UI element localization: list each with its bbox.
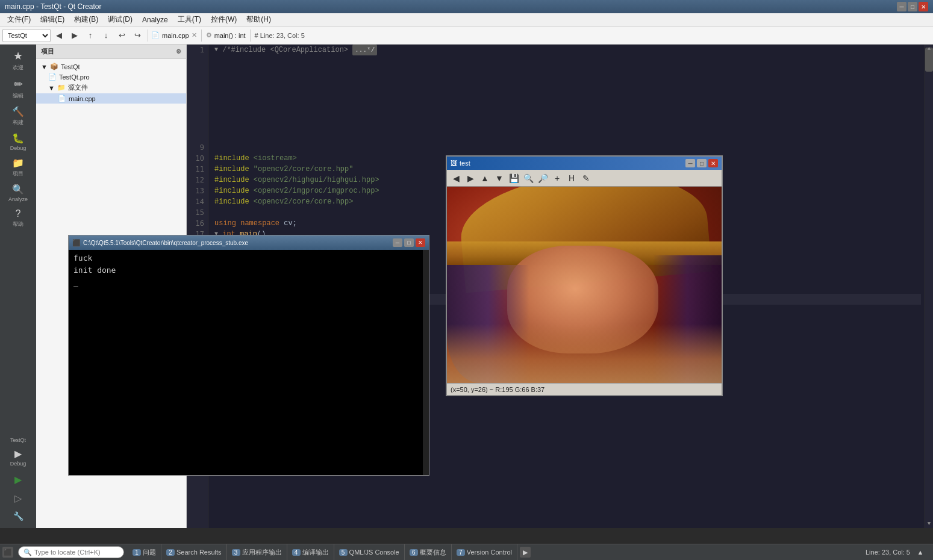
- sidebar-wrench-button[interactable]: 🔧: [2, 509, 34, 523]
- console-scrollbar-track[interactable]: [423, 250, 429, 475]
- maximize-button[interactable]: □: [908, 2, 917, 11]
- sidebar-debug-bottom[interactable]: ▶ Debug: [2, 446, 34, 469]
- tab-label-overview: 概要信息: [420, 548, 446, 557]
- status-tab-issues[interactable]: 1 问题: [128, 544, 161, 561]
- status-tab-vcs[interactable]: 7 Version Control: [452, 544, 517, 561]
- img-btn-home[interactable]: H: [565, 172, 578, 185]
- img-btn-save[interactable]: 💾: [507, 172, 520, 185]
- tab-label-appoutput: 应用程序输出: [242, 548, 282, 557]
- img-btn-pencil[interactable]: ✎: [579, 172, 593, 185]
- tab-num-4: 4: [292, 549, 301, 556]
- left-sidebar: ★ 欢迎 ✏ 编辑 🔨 构建 🐛 Debug 📁 项目 🔍 Analyze ? …: [0, 45, 36, 528]
- build-label: 构建: [13, 119, 23, 126]
- img-btn-down[interactable]: ▼: [493, 172, 506, 185]
- sidebar-analyze[interactable]: 🔍 Analyze: [2, 181, 34, 205]
- project-header-actions[interactable]: ⚙: [176, 48, 181, 55]
- image-close-btn[interactable]: ✕: [708, 159, 718, 167]
- header-func-name: main() : int: [214, 32, 246, 39]
- menu-controls[interactable]: 控件(W): [206, 13, 242, 26]
- code-line-blank6: [214, 110, 921, 120]
- status-tab-overview[interactable]: 6 概要信息: [405, 544, 452, 561]
- code-str-12: <opencv2/highgui/highgui.hpp>: [254, 175, 379, 185]
- tree-item-pro[interactable]: 📄 TestQt.pro: [36, 72, 186, 82]
- menu-analyze[interactable]: Analyze: [137, 14, 173, 25]
- image-content: [447, 187, 722, 383]
- project-selector[interactable]: TestQt: [2, 29, 51, 42]
- code-kw-namespace: namespace: [240, 218, 279, 229]
- tree-item-maincpp[interactable]: 📄 main.cpp: [36, 93, 186, 104]
- status-tab-buildoutput[interactable]: 4 编译输出: [287, 544, 334, 561]
- sidebar-projects[interactable]: 📁 项目: [2, 155, 34, 180]
- image-maximize-btn[interactable]: □: [697, 159, 707, 167]
- tab-label-qml: QML/JS Console: [349, 549, 399, 556]
- image-minimize-btn[interactable]: ─: [685, 159, 695, 167]
- console-icon: ⬛: [72, 239, 81, 247]
- menu-tools[interactable]: 工具(T): [173, 13, 206, 26]
- nav-prev-button[interactable]: ◀: [52, 28, 66, 43]
- code-fold-badge[interactable]: ...*/: [352, 45, 377, 55]
- nav-down-button[interactable]: ↓: [99, 28, 113, 43]
- scroll-up-arrow[interactable]: ▲: [925, 45, 933, 53]
- code-pp-14: #include: [214, 196, 249, 207]
- status-tab-appoutput[interactable]: 3 应用程序输出: [227, 544, 287, 561]
- tab-num-3: 3: [232, 549, 240, 556]
- code-line-blank2: [214, 66, 921, 77]
- status-tab-qml[interactable]: 5 QML/JS Console: [334, 544, 405, 561]
- tree-project-label: TestQt: [61, 63, 80, 70]
- img-btn-zoom-in[interactable]: 🔎: [536, 172, 549, 185]
- menu-help[interactable]: 帮助(H): [242, 13, 276, 26]
- status-search-icon-btn[interactable]: ⬛: [2, 547, 13, 558]
- menu-debug[interactable]: 调试(D): [103, 13, 137, 26]
- sidebar-edit[interactable]: ✏ 编辑: [2, 75, 34, 102]
- code-plain-16b: cv;: [279, 218, 297, 229]
- nav-next-button[interactable]: ▶: [67, 28, 82, 43]
- status-tab-search[interactable]: 2 Search Results: [161, 544, 227, 561]
- menu-file[interactable]: 文件(F): [2, 13, 36, 26]
- header-combo-area: 📄 main.cpp ✕ ⚙ main() : int # Line: 23, …: [151, 30, 931, 42]
- nav-back-button[interactable]: ↩: [114, 28, 129, 43]
- tree-item-sources[interactable]: ▼ 📁 源文件: [36, 82, 186, 93]
- console-maximize-btn[interactable]: □: [404, 238, 414, 247]
- code-comment-1: /*#include <QCoreApplication>: [218, 45, 352, 55]
- console-content: fuck init done _: [69, 250, 429, 475]
- img-btn-back[interactable]: ◀: [449, 172, 463, 185]
- img-btn-up[interactable]: ▲: [478, 172, 491, 185]
- code-str-14: <opencv2/core/core.hpp>: [254, 196, 354, 207]
- console-close-btn[interactable]: ✕: [416, 238, 425, 247]
- img-btn-zoom-out[interactable]: 🔍: [522, 172, 535, 185]
- tree-sources-expand: ▼: [48, 84, 55, 92]
- code-sp-11: [249, 164, 254, 175]
- tab-num-2: 2: [166, 549, 175, 556]
- editor-scrollbar[interactable]: ▲ ▼: [925, 45, 933, 528]
- status-right-arrow[interactable]: ▲: [915, 547, 926, 558]
- help-label: 帮助: [13, 220, 23, 228]
- nav-forward-button[interactable]: ↪: [130, 28, 145, 43]
- minimize-button[interactable]: ─: [897, 2, 906, 11]
- console-minimize-btn[interactable]: ─: [393, 238, 402, 247]
- status-position: Line: 23, Col: 5: [866, 549, 910, 556]
- sidebar-build[interactable]: 🔨 构建: [2, 104, 34, 129]
- tree-item-testqt[interactable]: ▼ 📦 TestQt: [36, 61, 186, 72]
- status-search-input[interactable]: [34, 549, 119, 556]
- sidebar-welcome[interactable]: ★ 欢迎: [2, 47, 34, 74]
- status-search-box[interactable]: 🔍: [18, 546, 124, 558]
- header-file-icon: 📄: [151, 31, 160, 39]
- menu-build[interactable]: 构建(B): [69, 13, 103, 26]
- run2-icon: ▷: [14, 493, 22, 504]
- sidebar-run-button[interactable]: ▶: [2, 471, 34, 488]
- sidebar-help[interactable]: ? 帮助: [2, 206, 34, 231]
- img-btn-plus[interactable]: +: [551, 172, 564, 185]
- close-button[interactable]: ✕: [919, 2, 928, 11]
- image-titlebar: 🖼 test ─ □ ✕: [447, 157, 722, 170]
- window-controls: ─ □ ✕: [897, 2, 928, 11]
- status-tabs-more-btn[interactable]: ▶: [520, 547, 531, 558]
- sidebar-run2-button[interactable]: ▷: [2, 490, 34, 506]
- sidebar-debug[interactable]: 🐛 Debug: [2, 130, 34, 154]
- header-close-icon[interactable]: ✕: [192, 31, 197, 39]
- project-header-label: 项目: [41, 47, 54, 56]
- menu-edit[interactable]: 编辑(E): [36, 13, 69, 26]
- code-pp-13: #include: [214, 185, 249, 196]
- nav-up-button[interactable]: ↑: [83, 28, 98, 43]
- img-btn-forward[interactable]: ▶: [464, 172, 477, 185]
- scroll-down-arrow[interactable]: ▼: [925, 520, 933, 528]
